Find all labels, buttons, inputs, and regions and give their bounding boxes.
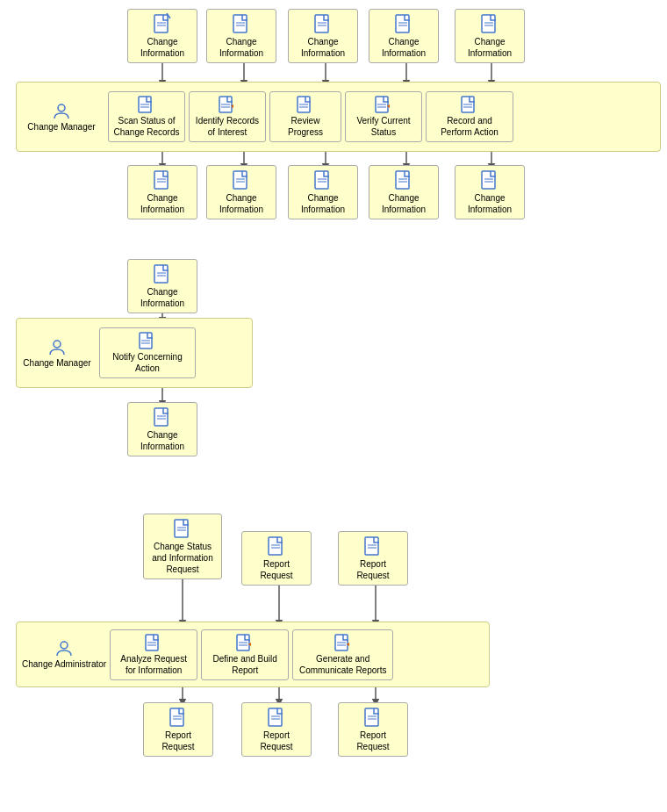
document-icon — [296, 96, 315, 115]
s2-bottom-node: Change Information — [127, 402, 197, 456]
svg-point-73 — [54, 341, 61, 348]
s3-top-node-3: Report Request — [338, 531, 408, 586]
document-icon — [169, 707, 188, 729]
document-icon — [153, 406, 172, 429]
document-icon — [232, 169, 251, 192]
svg-rect-99 — [170, 708, 183, 726]
document-icon — [218, 96, 237, 115]
svg-rect-80 — [175, 520, 188, 537]
svg-rect-67 — [482, 171, 495, 189]
s1-bottom-node-1: Change Information — [127, 165, 197, 219]
s1-band-node-5[interactable]: Record and Perform Action — [426, 91, 513, 142]
document-icon — [137, 96, 156, 115]
svg-rect-55 — [154, 171, 168, 189]
document-icon — [394, 169, 413, 192]
s1-bottom-node-3: Change Information — [288, 165, 358, 219]
svg-rect-77 — [154, 408, 168, 426]
document-icon — [153, 169, 172, 192]
svg-rect-33 — [396, 15, 409, 32]
diagram-page: Change Information Change Information Ch… — [0, 0, 667, 812]
s3-bottom-node-1: Report Request — [143, 702, 213, 757]
s3-band-node-1[interactable]: Analyze Request for Information — [110, 629, 197, 680]
s2-band-node[interactable]: Notify Concerning Action — [99, 327, 196, 378]
section2-band: Change Manager Notify Concerning Action — [16, 318, 253, 388]
document-icon — [480, 13, 499, 36]
s1-band-node-1[interactable]: Scan Status of Change Records — [108, 91, 185, 142]
s3-bottom-node-2: Report Request — [241, 702, 312, 757]
person-icon — [53, 103, 70, 120]
document-icon — [153, 263, 172, 286]
s1-bottom-node-5: Change Information — [455, 165, 525, 219]
document-icon — [394, 13, 413, 36]
svg-point-39 — [58, 104, 65, 111]
s3-band-node-2[interactable]: Define and Build Report — [201, 629, 289, 680]
document-icon — [267, 707, 286, 729]
s1-top-node-4: Change Information — [369, 9, 439, 63]
s1-top-node-3: Change Information — [288, 9, 358, 63]
s3-top-node-2: Report Request — [241, 531, 312, 586]
svg-rect-64 — [396, 171, 409, 189]
svg-rect-24 — [154, 15, 168, 32]
person-icon — [55, 640, 73, 658]
document-icon — [313, 13, 333, 36]
svg-rect-83 — [269, 537, 282, 555]
document-icon — [173, 518, 192, 541]
s1-top-node-1: Change Information — [127, 9, 197, 63]
svg-rect-36 — [482, 15, 495, 32]
s3-bottom-node-3: Report Request — [338, 702, 408, 757]
svg-rect-102 — [269, 708, 282, 726]
document-icon — [460, 96, 479, 115]
svg-rect-61 — [315, 171, 328, 189]
document-icon — [363, 707, 383, 729]
s2-top-node: Change Information — [127, 259, 197, 313]
document-icon — [235, 634, 255, 653]
section3-band: Change Administrator Analyze Request for… — [16, 622, 490, 687]
document-icon — [153, 13, 172, 36]
s1-top-node-2: Change Information — [206, 9, 276, 63]
document-icon — [363, 535, 383, 558]
svg-rect-58 — [233, 171, 247, 189]
svg-rect-70 — [154, 265, 168, 283]
svg-rect-27 — [233, 15, 247, 32]
svg-rect-86 — [365, 537, 378, 555]
document-icon — [267, 535, 286, 558]
svg-rect-105 — [365, 708, 378, 726]
s1-bottom-node-2: Change Information — [206, 165, 276, 219]
s1-bottom-node-4: Change Information — [369, 165, 439, 219]
s1-band-node-4[interactable]: Verify Current Status — [345, 91, 422, 142]
document-icon — [144, 634, 163, 653]
s3-band-node-3[interactable]: Generate and Communicate Reports — [292, 629, 393, 680]
s1-band-node-2[interactable]: Identify Records of Interest — [189, 91, 266, 142]
document-icon — [374, 96, 393, 115]
document-icon — [334, 634, 353, 653]
s1-top-node-5: Change Information — [455, 9, 525, 63]
svg-point-89 — [61, 642, 68, 649]
document-icon — [232, 13, 251, 36]
section3-role-label: Change Administrator — [22, 640, 106, 669]
svg-rect-30 — [315, 15, 328, 32]
document-icon — [313, 169, 333, 192]
section2-role-label: Change Manager — [22, 339, 92, 368]
s1-band-node-3[interactable]: Review Progress — [269, 91, 341, 142]
s3-top-node-1: Change Status and Information Request — [143, 514, 222, 579]
document-icon — [138, 332, 157, 351]
section1-role-label: Change Manager — [22, 103, 101, 132]
document-icon — [480, 169, 499, 192]
person-icon — [48, 339, 66, 356]
section1-band: Change Manager Scan Status of Change Rec… — [16, 82, 661, 152]
